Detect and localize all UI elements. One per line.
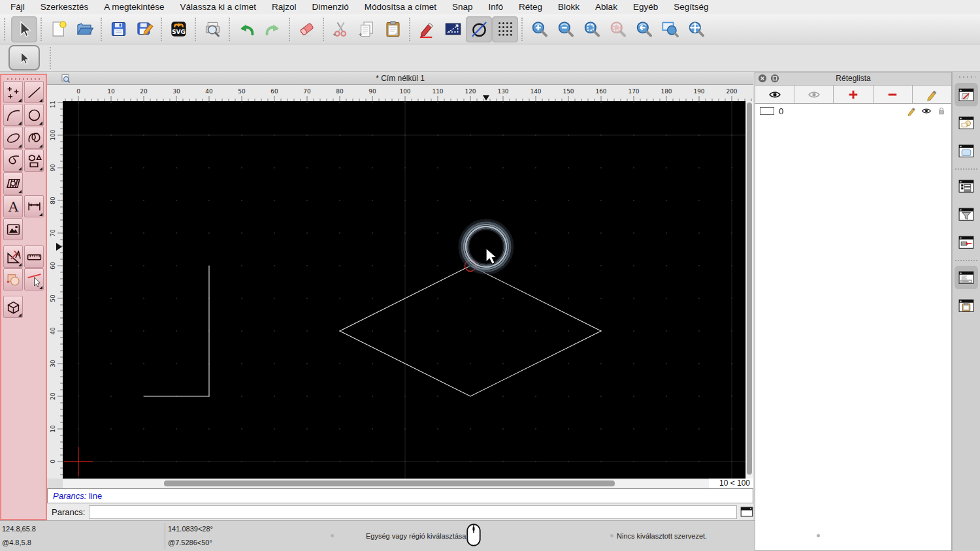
snap-entity-button[interactable]: [466, 16, 492, 42]
line-attributes-button[interactable]: [440, 16, 466, 42]
pen-button[interactable]: [414, 16, 440, 42]
lock-icon[interactable]: [936, 106, 947, 116]
eye-icon[interactable]: [921, 106, 932, 116]
menu-draw[interactable]: Rajzol: [264, 0, 304, 14]
text-tool-button[interactable]: A: [3, 195, 23, 217]
cut-button[interactable]: [327, 16, 353, 42]
vertical-scrollbar[interactable]: [745, 101, 753, 479]
dimension-tool-button[interactable]: [24, 195, 44, 217]
svg-text:0: 0: [50, 460, 56, 464]
document-title-bar[interactable]: * Cím nélkül 1: [47, 72, 753, 85]
flyout-indicator: [39, 121, 42, 125]
block-list-dock-button[interactable]: [955, 111, 978, 134]
circle-tool-button[interactable]: [24, 104, 44, 126]
edit-layer-button[interactable]: [913, 86, 951, 103]
zoom-window-button[interactable]: [657, 16, 683, 42]
snap-grid-button[interactable]: [492, 16, 518, 42]
paste-button[interactable]: [380, 16, 406, 42]
spline-tool-button[interactable]: [24, 127, 44, 149]
menu-info[interactable]: Infó: [481, 0, 512, 14]
zoom-auto-button[interactable]: [578, 16, 604, 42]
polygon-tool-button[interactable]: [24, 150, 44, 172]
command-input-row: Parancs:: [47, 503, 753, 520]
svg-text:130: 130: [497, 88, 508, 95]
clipboard-dock-button[interactable]: [955, 294, 978, 317]
zoom-previous-button[interactable]: [630, 16, 657, 42]
line-tool-button[interactable]: [24, 81, 44, 103]
ellipse-tool-button[interactable]: [3, 127, 23, 149]
measure-tool-button[interactable]: [24, 245, 44, 268]
redo-button[interactable]: [259, 16, 286, 42]
erase-button[interactable]: [293, 16, 319, 42]
hide-all-layers-button[interactable]: [794, 86, 834, 103]
dock-separator: [955, 168, 977, 170]
flyout-indicator: [18, 99, 22, 102]
zoom-selected-button[interactable]: [604, 16, 630, 42]
show-all-layers-button[interactable]: [755, 86, 794, 103]
menu-view[interactable]: A megtekintése: [96, 0, 172, 14]
menu-modify[interactable]: Módosítsa a címet: [357, 0, 444, 14]
arc-tool-button[interactable]: [3, 104, 23, 126]
undo-button[interactable]: [233, 16, 259, 42]
palette-row: [3, 127, 44, 149]
library-browser-dock-button[interactable]: [955, 139, 978, 163]
command-line-dock-button[interactable]: [955, 266, 978, 289]
pen-palette-dock-button[interactable]: [955, 230, 978, 254]
close-panel-button[interactable]: [758, 74, 767, 83]
menu-layer[interactable]: Réteg: [511, 0, 550, 14]
copy-button[interactable]: [353, 16, 380, 42]
save-button[interactable]: [105, 16, 131, 42]
command-input[interactable]: [89, 505, 737, 519]
select-pointer-button[interactable]: [11, 16, 37, 42]
selection-filter-dock-button[interactable]: [955, 202, 978, 226]
select-entities-tool-button[interactable]: [3, 268, 23, 291]
pan-button[interactable]: [683, 16, 709, 42]
zoomwin-icon: [661, 20, 679, 39]
menu-block[interactable]: Blokk: [550, 0, 587, 14]
deselect-tool-button[interactable]: [24, 268, 44, 291]
menu-window[interactable]: Ablak: [587, 0, 625, 14]
dimension-icon: [26, 198, 42, 215]
entity-list-dock-button[interactable]: [955, 174, 978, 198]
vertical-scrollbar-thumb[interactable]: [747, 102, 752, 475]
new-document-button[interactable]: [45, 16, 71, 42]
palette-row: [3, 104, 44, 126]
select-pointer-2-button[interactable]: [8, 45, 40, 71]
export-svg-button[interactable]: SVG: [165, 16, 191, 42]
menu-edit[interactable]: Szerkesztés: [33, 0, 97, 14]
toolbar-handle[interactable]: [4, 18, 9, 40]
menu-help[interactable]: Segítség: [666, 0, 716, 14]
palette-handle[interactable]: [5, 76, 42, 80]
horizontal-ruler: 0102030405060708090100110120130140150160…: [63, 85, 753, 101]
dock-toolbar-handle[interactable]: [957, 74, 975, 78]
add-layer-button[interactable]: [834, 86, 873, 103]
modify-tool-button[interactable]: [3, 245, 23, 268]
main-toolbar: SVG: [0, 14, 980, 44]
save-as-button[interactable]: [131, 16, 157, 42]
drawing-canvas[interactable]: [63, 101, 745, 479]
horizontal-scrollbar-thumb[interactable]: [164, 480, 615, 486]
toolbar-separator: [323, 18, 324, 41]
polyline-tool-button[interactable]: [3, 150, 23, 172]
menu-misc[interactable]: Egyéb: [625, 0, 666, 14]
document-title: * Cím nélkül 1: [376, 74, 425, 83]
menu-dimension[interactable]: Dimenzió: [304, 0, 356, 14]
remove-layer-button[interactable]: [874, 86, 913, 103]
layer-list-dock-button[interactable]: [955, 83, 978, 106]
menu-file[interactable]: Fájl: [3, 0, 33, 14]
zoom-in-button[interactable]: [526, 16, 552, 42]
menu-snap[interactable]: Snap: [444, 0, 481, 14]
pencil-icon[interactable]: [906, 106, 917, 116]
image-tool-button[interactable]: [3, 218, 23, 240]
zoom-out-button[interactable]: [552, 16, 578, 42]
horizontal-scrollbar[interactable]: [63, 479, 709, 488]
print-preview-button[interactable]: [199, 16, 225, 42]
layer-row[interactable]: 0: [755, 104, 951, 118]
solid-3d-tool-button[interactable]: [3, 296, 23, 318]
points-tool-button[interactable]: [3, 81, 23, 103]
hatch-tool-button[interactable]: [3, 172, 23, 195]
open-file-button[interactable]: [71, 16, 97, 42]
detach-command-button[interactable]: [740, 507, 753, 518]
float-panel-button[interactable]: [770, 74, 779, 83]
menu-select[interactable]: Válassza ki a címet: [172, 0, 264, 14]
